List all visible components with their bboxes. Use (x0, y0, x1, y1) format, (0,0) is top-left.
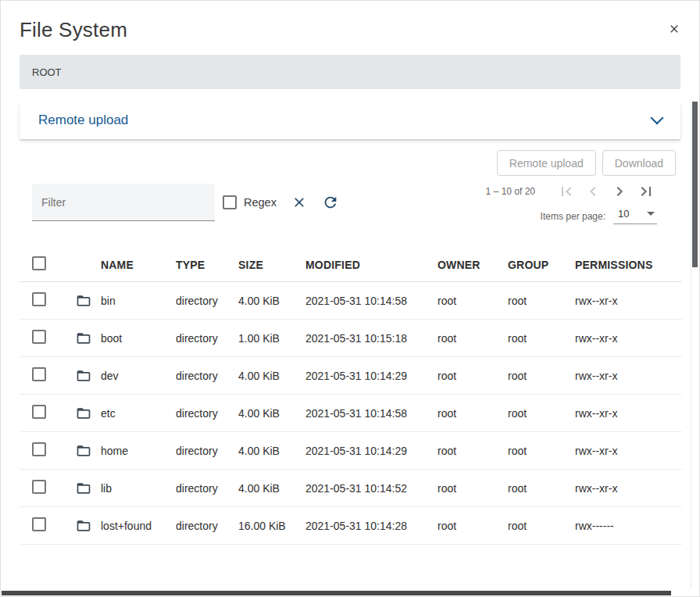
file-modified: 2021-05-31 10:14:29 (305, 370, 438, 382)
items-per-page-select[interactable]: 10 (613, 208, 657, 224)
vertical-scrollbar-thumb[interactable] (692, 102, 698, 267)
column-header-size: SIZE (238, 259, 305, 271)
dialog-header: File System (1, 1, 699, 42)
horizontal-scrollbar-thumb[interactable] (2, 591, 671, 595)
file-group: root (508, 482, 575, 495)
clear-filter-button[interactable] (290, 193, 309, 212)
next-page-button[interactable] (609, 181, 630, 202)
items-per-page-value: 10 (618, 208, 629, 220)
file-owner: root (438, 407, 508, 420)
file-group: root (508, 295, 575, 307)
file-name[interactable]: dev (101, 370, 176, 382)
file-name[interactable]: home (101, 445, 176, 457)
previous-page-icon (584, 182, 602, 201)
action-buttons: Remote upload Download (32, 150, 676, 176)
folder-icon (76, 331, 91, 346)
chevron-down-icon (651, 112, 664, 125)
folder-icon (76, 481, 91, 496)
paginator-nav: 1 – 10 of 20 (486, 181, 657, 202)
paginator-range-label: 1 – 10 of 20 (486, 186, 535, 197)
remote-upload-button[interactable]: Remote upload (497, 150, 596, 176)
file-modified: 2021-05-31 10:14:58 (305, 407, 438, 420)
file-owner: root (438, 445, 508, 457)
file-size: 4.00 KiB (238, 407, 305, 420)
file-size: 16.00 KiB (238, 520, 305, 532)
file-type: directory (176, 520, 238, 532)
file-permissions: rwx--xr-x (575, 295, 682, 307)
file-system-dialog: File System ROOT Remote upload Remote up… (0, 0, 700, 597)
table-body: bin directory 4.00 KiB 2021-05-31 10:14:… (20, 282, 682, 545)
refresh-icon (322, 194, 339, 211)
row-checkbox[interactable] (32, 330, 46, 344)
filter-toolbar: Regex 1 – 10 of 20 (32, 184, 676, 224)
horizontal-scrollbar[interactable] (1, 590, 690, 596)
file-name[interactable]: etc (101, 407, 176, 420)
row-checkbox[interactable] (32, 292, 46, 306)
folder-icon (76, 293, 91, 309)
column-header-name: NAME (101, 259, 176, 271)
column-header-permissions: PERMISSIONS (575, 259, 682, 271)
file-name[interactable]: bin (101, 295, 176, 307)
download-button[interactable]: Download (602, 150, 676, 176)
last-page-button[interactable] (635, 181, 657, 202)
file-name[interactable]: boot (101, 332, 176, 345)
first-page-icon (557, 182, 576, 201)
select-all-checkbox[interactable] (32, 256, 46, 270)
table-row: boot directory 1.00 KiB 2021-05-31 10:15… (20, 320, 682, 357)
expansion-panel-label: Remote upload (38, 113, 128, 128)
file-size: 4.00 KiB (238, 370, 305, 382)
breadcrumb-item-root[interactable]: ROOT (32, 66, 62, 78)
paginator: 1 – 10 of 20 (486, 181, 657, 224)
file-permissions: rwx--xr-x (575, 445, 682, 457)
column-header-owner: OWNER (438, 259, 508, 271)
table-row: bin directory 4.00 KiB 2021-05-31 10:14:… (20, 282, 682, 320)
row-checkbox[interactable] (32, 517, 46, 531)
file-modified: 2021-05-31 10:14:58 (305, 295, 438, 307)
table-row: etc directory 4.00 KiB 2021-05-31 10:14:… (20, 395, 682, 432)
file-modified: 2021-05-31 10:14:28 (305, 520, 438, 532)
folder-icon (76, 368, 91, 384)
folder-icon (76, 443, 91, 459)
file-owner: root (438, 295, 508, 307)
row-checkbox[interactable] (32, 480, 46, 494)
filter-input[interactable] (32, 196, 215, 209)
file-owner: root (438, 332, 508, 345)
last-page-icon (637, 182, 655, 201)
file-size: 1.00 KiB (238, 332, 305, 345)
refresh-button[interactable] (321, 193, 340, 212)
file-permissions: rwx--xr-x (575, 370, 682, 382)
regex-label: Regex (244, 196, 277, 209)
file-modified: 2021-05-31 10:15:18 (305, 332, 438, 345)
file-type: directory (176, 482, 238, 495)
file-name[interactable]: lib (101, 482, 176, 495)
file-permissions: rwx--xr-x (575, 482, 682, 495)
file-owner: root (438, 370, 508, 382)
close-button[interactable] (665, 20, 684, 38)
first-page-button[interactable] (555, 181, 577, 202)
column-header-group: GROUP (508, 259, 575, 271)
breadcrumb: ROOT (20, 55, 680, 89)
file-size: 4.00 KiB (238, 482, 305, 495)
table-row: home directory 4.00 KiB 2021-05-31 10:14… (20, 432, 682, 470)
file-type: directory (176, 332, 238, 345)
column-header-modified: MODIFIED (305, 259, 438, 271)
regex-checkbox[interactable] (223, 195, 237, 209)
file-type: directory (176, 295, 238, 307)
vertical-scrollbar[interactable] (691, 100, 699, 588)
remote-upload-expansion-header[interactable]: Remote upload (20, 102, 680, 139)
filter-controls: Regex (32, 184, 340, 221)
row-checkbox[interactable] (32, 442, 46, 456)
page-title: File System (20, 18, 127, 42)
previous-page-button[interactable] (582, 181, 604, 202)
file-permissions: rwx--xr-x (575, 332, 682, 345)
folder-icon (76, 406, 91, 421)
file-name[interactable]: lost+found (101, 520, 176, 532)
file-size: 4.00 KiB (238, 295, 305, 307)
column-header-type: TYPE (176, 259, 238, 271)
file-group: root (508, 407, 575, 420)
row-checkbox[interactable] (32, 367, 46, 381)
row-checkbox[interactable] (32, 405, 46, 419)
file-permissions: rwx------ (575, 520, 682, 532)
file-modified: 2021-05-31 10:14:29 (305, 445, 438, 457)
file-type: directory (176, 370, 238, 382)
